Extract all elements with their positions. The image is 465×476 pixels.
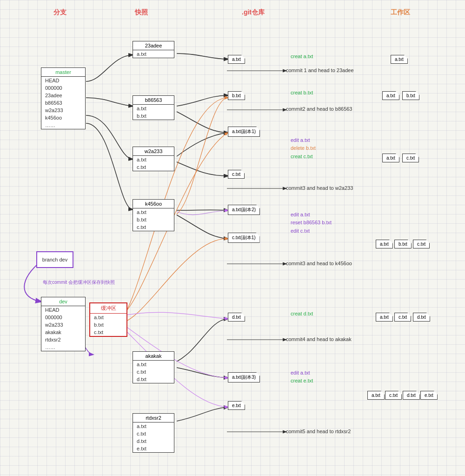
repo-b-txt: b.txt [228, 91, 245, 100]
snapshot-rtdxsr2: rtdxsr2 a.txt c.txt d.txt e.txt [133, 413, 174, 453]
ws-row5-e: e.txt [420, 391, 438, 400]
snapshot-23adee: 23adee a.txt [133, 41, 174, 58]
snap-k456oo-b: b.txt [133, 216, 174, 223]
dev-head: HEAD [41, 306, 85, 314]
buffer-c: c.txt [90, 329, 126, 336]
repo-a-txt-copy1: a.txt(副本1) [228, 127, 260, 137]
dev-ellipsis: …… [41, 343, 85, 351]
ws-row3-b: b.txt [394, 240, 412, 248]
ws-row5-c: c.txt [385, 391, 402, 400]
commit-label-2: commit2 and head to b86563 [286, 106, 352, 112]
dev-akakak: akakak [41, 329, 85, 336]
ws-row5-a: a.txt [367, 391, 385, 400]
snap-w2a233-c: c.txt [133, 163, 174, 171]
ann-creat-e: creat e.txt [291, 378, 313, 383]
master-23adee: 23adee [41, 92, 85, 99]
snap-k456oo-title: k456oo [133, 200, 174, 208]
snapshot-w2a233: w2a233 a.txt c.txt [133, 147, 174, 171]
master-head: HEAD [41, 77, 85, 84]
master-ellipsis: …… [41, 121, 85, 129]
snap-k456oo-a: a.txt [133, 208, 174, 216]
dev-title: dev [41, 297, 85, 306]
snap-rtdxsr2-c: c.txt [133, 430, 174, 437]
repo-a-txt-copy3: a.txt(副本3) [228, 372, 260, 382]
dev-000000: 000000 [41, 314, 85, 321]
buffer-box: 缓冲区 a.txt b.txt c.txt [89, 302, 127, 337]
branch-dev-diamond: branch dev [36, 251, 73, 268]
master-title: master [41, 68, 85, 77]
snap-akakak-d: d.txt [133, 375, 174, 383]
master-w2a233: w2a233 [41, 107, 85, 114]
repo-e-txt: e.txt [228, 401, 245, 410]
snap-b86563-a: a.txt [133, 105, 174, 112]
ws-row2-a: a.txt [382, 154, 399, 162]
snap-rtdxsr2-title: rtdxsr2 [133, 414, 174, 422]
dev-branch-box: dev HEAD 000000 w2a233 akakak rtdxsr2 …… [41, 297, 86, 351]
snap-b86563-b: b.txt [133, 112, 174, 120]
snapshot-akakak: akakak a.txt c.txt d.txt [133, 351, 174, 383]
ann-creat-d: creat d.txt [291, 311, 313, 316]
ws-row1-a: a.txt [382, 91, 399, 100]
branch-dev-label: branch dev [42, 257, 67, 262]
ws-row1-b: b.txt [402, 91, 419, 100]
header-git-repo: .git仓库 [242, 8, 265, 17]
master-k456oo: k456oo [41, 114, 85, 121]
commit-label-6: commit5 and head to rtdxsr2 [286, 429, 351, 434]
buffer-b: b.txt [90, 321, 126, 329]
snap-k456oo-c: c.txt [133, 223, 174, 231]
ws-row5-d: d.txt [403, 391, 420, 400]
master-b86563: b86563 [41, 99, 85, 107]
ws-row4-c: c.txt [394, 313, 411, 322]
ann-edit-c: edit c.txt [291, 228, 310, 234]
commit-label-3: commit3 and head to w2a233 [286, 185, 353, 191]
snap-akakak-a: a.txt [133, 361, 174, 368]
ws-row4-a: a.txt [376, 313, 393, 322]
snap-w2a233-title: w2a233 [133, 147, 174, 156]
snapshot-b86563: b86563 a.txt b.txt [133, 95, 174, 120]
commit-label-4: commit3 and head to k456oo [286, 261, 352, 266]
commit-label-5: commit4 and head to akakak [286, 336, 352, 342]
snap-akakak-title: akakak [133, 352, 174, 361]
ann-edit-a-3: edit a.txt [291, 370, 310, 375]
snap-23adee-title: 23adee [133, 41, 174, 50]
repo-c-txt-copy1: c.txt(副本1) [228, 233, 260, 243]
snapshot-k456oo: k456oo a.txt b.txt c.txt [133, 199, 174, 231]
ann-creat-a: creat a.txt [291, 54, 313, 59]
snap-rtdxsr2-d: d.txt [133, 437, 174, 445]
ann-creat-b: creat b.txt [291, 90, 313, 95]
snap-w2a233-a: a.txt [133, 156, 174, 163]
snap-b86563-title: b86563 [133, 96, 174, 105]
commit-buffer-annotation: 每次commit 会把缓冲区保存到快照 [43, 279, 126, 286]
dev-rtdxsr2: rtdxsr2 [41, 336, 85, 343]
ann-reset-b86563: reset b86563 b.txt [291, 220, 332, 225]
ws-row0-a: a.txt [391, 55, 408, 64]
ws-row4-d: d.txt [413, 313, 430, 322]
buffer-a: a.txt [90, 314, 126, 321]
buffer-title: 缓冲区 [90, 303, 126, 314]
repo-c-txt: c.txt [228, 170, 245, 179]
header-branch: 分支 [53, 8, 66, 17]
repo-d-txt: d.txt [228, 313, 245, 322]
ws-row2-c: c.txt [402, 154, 419, 162]
dev-w2a233: w2a233 [41, 321, 85, 329]
master-branch-box: master HEAD 000000 23adee b86563 w2a233 … [41, 67, 86, 129]
snap-rtdxsr2-e: e.txt [133, 445, 174, 452]
repo-a-txt-1: a.txt [228, 55, 245, 64]
header-workspace: 工作区 [391, 8, 410, 17]
ann-delete-b: delete b.txt [291, 145, 316, 151]
snap-23adee-a: a.txt [133, 50, 174, 58]
header-snapshot: 快照 [135, 8, 148, 17]
ann-creat-c: creat c.txt [291, 154, 313, 159]
ws-row3-c: c.txt [413, 240, 430, 248]
snap-akakak-c: c.txt [133, 368, 174, 375]
commit-label-1: commit 1 and head to 23adee [286, 67, 354, 73]
master-000000: 000000 [41, 84, 85, 92]
ann-edit-a-1: edit a.txt [291, 137, 310, 143]
ws-row3-a: a.txt [376, 240, 393, 248]
repo-a-txt-copy2: a.txt(副本2) [228, 205, 260, 215]
ann-edit-a-2: edit a.txt [291, 212, 310, 217]
snap-rtdxsr2-a: a.txt [133, 422, 174, 430]
